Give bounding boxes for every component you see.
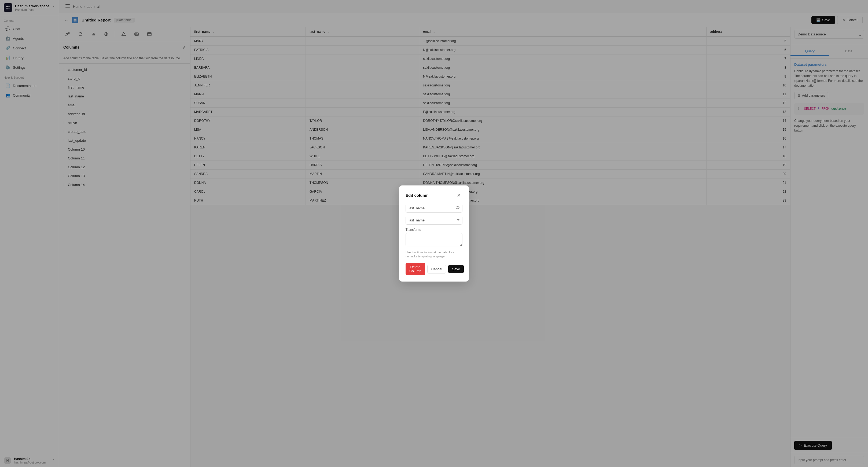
column-name-input[interactable] <box>406 204 462 212</box>
column-name-field <box>406 204 462 212</box>
field-select[interactable]: last_name <box>406 216 462 225</box>
modal-actions: Delete Column Cancel Save <box>406 263 462 275</box>
eye-icon[interactable] <box>456 206 460 211</box>
modal-title: Edit column <box>406 193 429 198</box>
field-select-field: last_name <box>406 216 462 225</box>
transform-field: Transform: <box>406 228 462 247</box>
modal-help-text: Use functions to format the data. Use nu… <box>406 251 462 259</box>
transform-label: Transform: <box>406 228 462 232</box>
cancel-modal-button[interactable]: Cancel <box>427 265 446 273</box>
svg-point-20 <box>456 207 459 209</box>
edit-column-modal: Edit column ✕ last_name Transform: Use f… <box>399 185 469 282</box>
modal-close-button[interactable]: ✕ <box>455 192 462 199</box>
modal-overlay[interactable]: Edit column ✕ last_name Transform: Use f… <box>0 0 868 467</box>
save-modal-button[interactable]: Save <box>448 265 464 273</box>
transform-textarea[interactable] <box>406 233 462 246</box>
delete-column-button[interactable]: Delete Column <box>406 263 425 275</box>
svg-point-21 <box>457 207 458 208</box>
modal-header: Edit column ✕ <box>406 192 462 199</box>
